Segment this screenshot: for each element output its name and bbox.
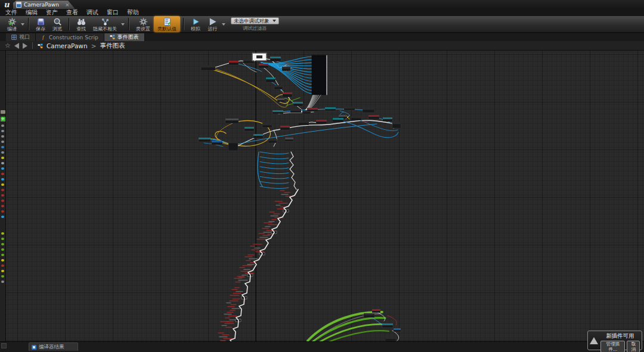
asset-tab-camerapawn[interactable]: CameraPawn ×: [13, 1, 75, 9]
variable-pin-icon[interactable]: [1, 151, 4, 154]
breadcrumb-root[interactable]: CameraPawn: [47, 42, 88, 49]
graph-node[interactable]: [392, 122, 401, 124]
variable-pin-icon[interactable]: [1, 189, 4, 191]
variable-pin-icon[interactable]: [1, 243, 4, 245]
graph-node[interactable]: [273, 110, 283, 112]
variable-pin-icon[interactable]: [1, 248, 4, 251]
folder-icon[interactable]: [1, 110, 5, 114]
hide-unrelated-button[interactable]: 隐藏不相关: [89, 16, 120, 32]
play-button[interactable]: 运行: [204, 16, 221, 32]
graph-node[interactable]: [385, 337, 396, 339]
variable-pin-icon[interactable]: [1, 232, 4, 235]
debug-object-select[interactable]: 未选中调试对象: [231, 17, 279, 24]
variable-pin-icon[interactable]: [1, 146, 4, 148]
variable-pin-icon[interactable]: [1, 275, 4, 278]
graph-node[interactable]: [268, 139, 277, 141]
dismiss-button[interactable]: 取消: [627, 341, 640, 352]
play-dropdown-caret[interactable]: [221, 16, 226, 32]
tab-viewport[interactable]: 视口: [6, 33, 36, 41]
variable-pin-icon[interactable]: [1, 167, 4, 170]
variable-pin-icon[interactable]: [1, 194, 4, 197]
variable-pin-icon[interactable]: [1, 210, 4, 213]
graph-node[interactable]: [266, 77, 275, 79]
compiler-results-tab[interactable]: 编译器结果: [29, 342, 78, 351]
graph-node[interactable]: [325, 107, 336, 109]
variable-pin-icon[interactable]: [1, 254, 4, 256]
manage-plugins-button[interactable]: 管理插件...: [600, 341, 625, 352]
graph-node[interactable]: [199, 138, 210, 139]
graph-node[interactable]: [363, 108, 374, 110]
event-graph-canvas[interactable]: [6, 51, 644, 341]
graph-node[interactable]: [283, 92, 292, 94]
compile-dropdown-caret[interactable]: [20, 16, 25, 32]
graph-node[interactable]: [228, 141, 238, 143]
graph-node[interactable]: [262, 123, 272, 125]
my-blueprint-collapsed-strip[interactable]: +: [0, 51, 6, 341]
find-button[interactable]: 查找: [73, 16, 89, 32]
graph-node[interactable]: [282, 67, 290, 68]
graph-node[interactable]: [394, 328, 401, 330]
graph-node[interactable]: [212, 141, 222, 142]
graph-node[interactable]: [351, 116, 361, 118]
variable-pin-icon[interactable]: [1, 264, 4, 267]
graph-node[interactable]: [344, 107, 355, 108]
graph-node[interactable]: [372, 309, 380, 311]
graph-node[interactable]: [364, 313, 374, 315]
variable-pin-icon[interactable]: [1, 162, 4, 164]
graph-node[interactable]: [277, 98, 284, 100]
variable-pin-icon[interactable]: [1, 157, 4, 159]
menu-item-file[interactable]: 文件: [1, 9, 21, 16]
graph-node[interactable]: [298, 121, 309, 123]
tab-construction-script[interactable]: fConstruction Scrip: [36, 33, 104, 41]
variable-pin-icon[interactable]: [1, 270, 4, 272]
variable-pin-icon[interactable]: [1, 141, 4, 143]
graph-node[interactable]: [229, 61, 239, 63]
browse-button[interactable]: 浏览: [49, 16, 66, 32]
variable-pin-icon[interactable]: [1, 130, 4, 132]
forward-button[interactable]: [23, 43, 27, 49]
tab-event-graph[interactable]: 事件图表: [104, 33, 145, 41]
add-icon[interactable]: +: [1, 117, 5, 122]
menu-item-debug[interactable]: 调试: [82, 9, 103, 16]
graph-node[interactable]: [225, 119, 239, 120]
graph-node[interactable]: [285, 138, 293, 139]
compile-button[interactable]: 编译: [4, 16, 20, 32]
variable-pin-icon[interactable]: [1, 205, 4, 207]
graph-node[interactable]: [382, 323, 393, 325]
variable-pin-icon[interactable]: [1, 281, 4, 283]
variable-pin-icon[interactable]: [1, 216, 4, 218]
menu-item-window[interactable]: 窗口: [103, 9, 123, 16]
menu-item-help[interactable]: 帮助: [123, 9, 143, 16]
hide-unrelated-dropdown-caret[interactable]: [120, 16, 125, 32]
graph-node[interactable]: [270, 57, 281, 58]
graph-node[interactable]: [280, 126, 290, 127]
menu-item-asset[interactable]: 资产: [42, 9, 62, 16]
variable-pin-icon[interactable]: [1, 259, 4, 261]
variable-pin-icon[interactable]: [1, 124, 4, 127]
graph-node[interactable]: [253, 134, 263, 136]
variable-pin-icon[interactable]: [1, 200, 4, 202]
variable-pin-icon[interactable]: [1, 178, 4, 180]
graph-node[interactable]: [307, 108, 318, 110]
close-icon[interactable]: ×: [65, 2, 70, 8]
variable-pin-icon[interactable]: [1, 183, 4, 186]
save-button[interactable]: 保存: [32, 16, 49, 32]
variable-pin-icon[interactable]: [1, 135, 4, 138]
favorite-star-icon[interactable]: ☆: [5, 42, 11, 49]
graph-node[interactable]: [256, 55, 262, 58]
graph-node[interactable]: [201, 66, 215, 67]
simulate-button[interactable]: 模拟: [187, 16, 204, 32]
back-button[interactable]: [14, 43, 19, 49]
class-defaults-button[interactable]: 类默认值: [154, 16, 180, 32]
menu-item-view[interactable]: 查看: [62, 9, 82, 16]
graph-node[interactable]: [369, 115, 379, 117]
graph-node[interactable]: [274, 85, 283, 87]
variable-pin-icon[interactable]: [1, 238, 4, 240]
graph-node[interactable]: [293, 102, 303, 104]
graph-node[interactable]: [316, 120, 327, 122]
graph-node[interactable]: [333, 118, 343, 120]
menu-item-edit[interactable]: 编辑: [21, 9, 42, 16]
graph-node[interactable]: [290, 109, 301, 111]
graph-node[interactable]: [383, 117, 392, 119]
variable-pin-icon[interactable]: [1, 173, 4, 175]
